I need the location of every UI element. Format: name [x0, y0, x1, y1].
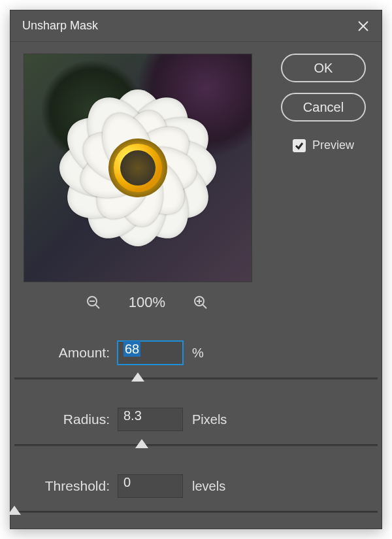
amount-unit: % — [192, 346, 204, 361]
check-icon — [295, 141, 304, 150]
radius-unit: Pixels — [192, 412, 227, 427]
zoom-level: 100% — [129, 294, 165, 311]
threshold-slider[interactable] — [14, 504, 378, 525]
threshold-label: Threshold: — [14, 478, 118, 494]
zoom-in-button[interactable] — [193, 295, 208, 310]
slider-track — [14, 444, 378, 446]
amount-label: Amount: — [14, 345, 118, 361]
threshold-unit: levels — [192, 479, 225, 494]
radius-input[interactable]: 8.3 — [118, 408, 183, 431]
zoom-in-icon — [193, 295, 208, 310]
slider-track — [14, 378, 378, 380]
amount-row: Amount: 68 % — [14, 341, 378, 365]
titlebar: Unsharp Mask — [10, 10, 382, 42]
dialog-title: Unsharp Mask — [22, 19, 98, 33]
ok-button[interactable]: OK — [281, 54, 366, 82]
close-button[interactable] — [353, 16, 374, 37]
radius-slider[interactable] — [14, 438, 378, 459]
preview-checkbox-label: Preview — [312, 139, 354, 152]
amount-slider[interactable] — [14, 371, 378, 392]
slider-track — [14, 511, 378, 513]
radius-label: Radius: — [14, 412, 118, 427]
close-icon — [357, 20, 369, 32]
svg-line-6 — [203, 304, 206, 308]
amount-input[interactable]: 68 — [118, 341, 183, 365]
amount-slider-thumb[interactable] — [131, 372, 144, 383]
svg-line-3 — [95, 304, 99, 308]
preview-image[interactable] — [24, 54, 252, 282]
zoom-out-button[interactable] — [86, 295, 101, 310]
preview-checkbox[interactable] — [293, 139, 306, 152]
cancel-button[interactable]: Cancel — [281, 93, 366, 122]
threshold-slider-thumb[interactable] — [8, 506, 21, 516]
threshold-row: Threshold: 0 levels — [14, 474, 378, 498]
threshold-input[interactable]: 0 — [118, 474, 183, 498]
unsharp-mask-dialog: Unsharp Mask — [10, 10, 382, 529]
zoom-controls: 100% — [24, 294, 270, 311]
radius-row: Radius: 8.3 Pixels — [14, 408, 378, 431]
zoom-out-icon — [86, 295, 101, 310]
radius-slider-thumb[interactable] — [135, 439, 148, 449]
preview-checkbox-row: Preview — [293, 139, 354, 152]
